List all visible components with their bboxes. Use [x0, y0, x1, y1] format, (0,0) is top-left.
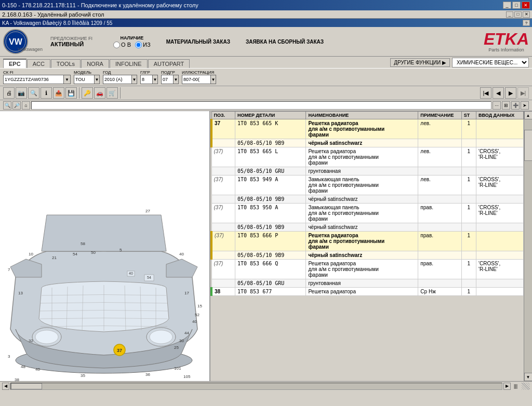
table-row[interactable]: (37) 1T0 853 949 A Замыкающая панельдля …	[211, 175, 524, 195]
glgr-input-group[interactable]: ▼	[140, 75, 158, 84]
svg-text:44: 44	[184, 331, 189, 335]
scroll-track[interactable]	[524, 119, 533, 373]
form-row: СК FI ▼ МОДЕЛЬ ▼ ГОД ▼ ГЛГР ▼ ПОДГР ▼	[0, 68, 532, 86]
other-functions-button[interactable]: ДРУГИЕ ФУНКЦИИ ▶	[390, 58, 450, 67]
svg-text:36: 36	[145, 372, 150, 377]
svg-text:54: 54	[147, 276, 151, 279]
nav-prev-icon[interactable]: ◀	[493, 87, 504, 99]
tab-acc[interactable]: ACC	[27, 59, 50, 68]
year-input[interactable]	[103, 75, 131, 84]
ck-fi-input-group[interactable]: ▼	[3, 75, 71, 84]
table-row[interactable]: 05/08-05/10 9B9 чёрный satinschwarz	[211, 251, 524, 260]
glgr-field: ГЛГР ▼	[140, 70, 158, 84]
horizontal-scroll-track[interactable]	[10, 383, 502, 390]
svg-text:30: 30	[179, 339, 184, 343]
nav-end-icon[interactable]: ▶|	[517, 87, 529, 99]
scroll-indicator: |||	[512, 384, 520, 389]
scroll-left-button[interactable]: ◀	[2, 383, 9, 390]
search-arrow[interactable]: ➤	[521, 101, 529, 110]
tab-tools[interactable]: TOOLs	[51, 59, 81, 68]
table-row[interactable]: 05/08-05/10 GRU грунтованная	[211, 279, 524, 288]
table-row[interactable]: 37 1T0 853 665 K Решетка радиаторадля а/…	[211, 119, 524, 139]
scroll-thumb[interactable]	[524, 130, 533, 161]
resize-grip[interactable]	[522, 383, 530, 390]
table-row[interactable]: 05/08-05/10 9B9 чёрный satinschwarz	[211, 223, 524, 232]
cart-icon[interactable]: 🛒	[107, 87, 118, 99]
tab-infoline[interactable]: INFOLINE	[110, 59, 148, 68]
radio-b[interactable]	[113, 42, 120, 48]
model-arrow[interactable]: ▼	[94, 75, 99, 84]
car-icon[interactable]: 🚗	[94, 87, 105, 99]
col-pos: ПОЗ.	[211, 112, 235, 119]
model-input[interactable]	[74, 75, 94, 84]
scroll-right-button[interactable]: ▶	[503, 383, 511, 390]
key-icon[interactable]: 🔑	[82, 87, 93, 99]
podgr-arrow[interactable]: ▼	[173, 75, 178, 84]
illust-input[interactable]	[182, 75, 210, 84]
illust-arrow[interactable]: ▼	[210, 75, 216, 84]
search-input[interactable]	[31, 101, 491, 110]
table-row[interactable]: 05/08-05/10 GRU грунтованная	[211, 167, 524, 175]
table-row[interactable]: 38 1T0 853 677 Решетка радиатора Ср Нж 1	[211, 288, 524, 296]
tab-epc[interactable]: EPC	[3, 59, 26, 68]
table-scroll[interactable]: ПОЗ. НОМЕР ДЕТАЛИ НАИМЕНОВАНИЕ ПРИМЕЧАНИ…	[210, 111, 524, 381]
maximize-button[interactable]: □	[512, 2, 521, 9]
year-arrow[interactable]: ▼	[131, 75, 137, 84]
sub-help-btn[interactable]: ?	[523, 20, 530, 26]
export-icon[interactable]: 📤	[53, 87, 64, 99]
table-row[interactable]: (37) 1T0 853 950 A Замыкающая панельдля …	[211, 204, 524, 223]
svg-text:21: 21	[52, 255, 57, 260]
material-order-label: МАТЕРИАЛЬНЫЙ ЗАКАЗ	[166, 39, 230, 45]
model-input-group[interactable]: ▼	[74, 75, 100, 84]
minimize-button[interactable]: _	[503, 2, 511, 9]
print-icon[interactable]: 🖨	[3, 87, 15, 99]
cell-part: 1T0 853 666 Q	[235, 260, 305, 279]
status-scroll-h[interactable]: ◀ ▶ |||	[2, 383, 520, 390]
search-home[interactable]: ⌂	[22, 101, 30, 110]
scroll-up-button[interactable]: ▲	[524, 111, 533, 119]
table-row[interactable]: (37) 1T0 853 666 Q Решетка радиаторадля …	[211, 260, 524, 279]
search2-icon[interactable]: 🔍	[28, 87, 39, 99]
podgr-input[interactable]	[162, 75, 173, 84]
year-input-group[interactable]: ▼	[103, 75, 137, 84]
option-iz[interactable]: ИЗ	[135, 42, 151, 48]
nav-next-icon[interactable]: ▶	[505, 87, 516, 99]
search-grid[interactable]: ⊞	[502, 101, 510, 110]
podgr-input-group[interactable]: ▼	[161, 75, 179, 84]
vw-brand-label: Volkswagen	[18, 47, 43, 52]
search-zoom-minus[interactable]: 🔍	[3, 101, 11, 110]
scroll-down-button[interactable]: ▼	[524, 373, 533, 381]
inner-close[interactable]: ✕	[523, 11, 530, 18]
inner-maximize[interactable]: □	[514, 11, 522, 18]
tab-autopart[interactable]: AUTOPART	[148, 59, 190, 68]
chemical-dropdown[interactable]: ХИМИЧЕСКИЕ ВЕЩЕС...	[452, 58, 529, 67]
table-row[interactable]: 05/08-05/10 9B9 чёрный satinschwarz	[211, 195, 524, 204]
table-row[interactable]: (37) 1T0 853 665 L Решетка радиаторадля …	[211, 147, 524, 167]
inner-minimize[interactable]: _	[506, 11, 513, 18]
cell-pos: (37)	[211, 175, 235, 195]
svg-text:13: 13	[18, 291, 23, 295]
search-plus[interactable]: ➕	[511, 101, 520, 110]
camera-icon[interactable]: 📷	[16, 87, 27, 99]
glgr-input[interactable]	[141, 75, 152, 84]
nav-start-icon[interactable]: |◀	[480, 87, 491, 99]
illust-input-group[interactable]: ▼	[182, 75, 216, 84]
tab-nora[interactable]: NORA	[81, 59, 109, 68]
close-button[interactable]: ✕	[522, 2, 530, 9]
option-b[interactable]: О В	[113, 42, 131, 48]
ck-fi-input[interactable]	[4, 75, 63, 84]
search-zoom-plus[interactable]: 🔎	[12, 101, 21, 110]
search-dots[interactable]: ···	[493, 101, 501, 110]
table-row[interactable]: 05/08-05/10 9B9 чёрный satinschwarz	[211, 139, 524, 147]
cell-note: прав.	[418, 260, 461, 279]
horizontal-scroll-thumb	[11, 383, 42, 389]
table-row[interactable]: (37) 1T0 853 666 P Решетка радиаторадля …	[211, 232, 524, 251]
vertical-scrollbar[interactable]: ▲ ▼	[524, 111, 532, 381]
proposal-label: ПРЕДЛОЖЕНИЕ FI	[50, 36, 92, 41]
radio-iz[interactable]	[135, 42, 142, 48]
info-icon[interactable]: ℹ	[41, 87, 52, 99]
svg-text:15: 15	[197, 304, 202, 308]
ck-fi-arrow[interactable]: ▼	[63, 75, 70, 84]
save-icon[interactable]: 💾	[65, 87, 77, 99]
glgr-arrow[interactable]: ▼	[152, 75, 157, 84]
